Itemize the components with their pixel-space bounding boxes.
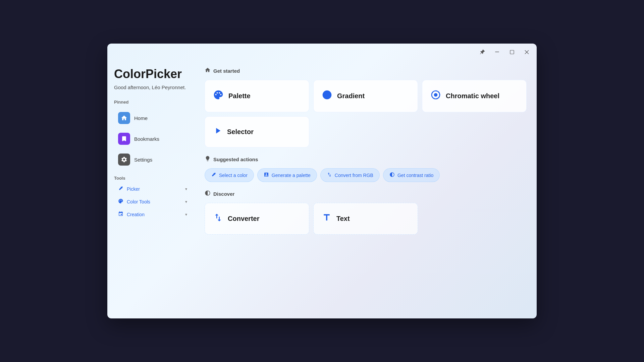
contrast-ratio-icon bbox=[389, 172, 395, 178]
sidebar-item-picker[interactable]: Picker ▾ bbox=[114, 183, 191, 195]
generate-palette-label: Generate a palette bbox=[272, 173, 311, 178]
text-label: Text bbox=[336, 215, 350, 223]
maximize-button[interactable] bbox=[507, 47, 517, 57]
picker-label: Picker bbox=[127, 186, 140, 192]
tools-section: Tools Picker ▾ bbox=[114, 174, 191, 221]
select-color-icon bbox=[211, 172, 216, 178]
picker-chevron-icon: ▾ bbox=[185, 187, 187, 191]
text-card[interactable]: Text bbox=[313, 203, 418, 235]
gradient-icon bbox=[322, 89, 332, 103]
color-tools-icon bbox=[118, 198, 123, 205]
discover-label: Discover bbox=[213, 191, 234, 197]
get-started-cards-row1: Palette Gradient bbox=[205, 80, 527, 112]
palette-label: Palette bbox=[228, 92, 251, 100]
convert-rgb-label: Convert from RGB bbox=[335, 173, 373, 178]
chromatic-wheel-label: Chromatic wheel bbox=[446, 92, 499, 100]
discover-header: Discover bbox=[205, 190, 527, 197]
suggested-actions-header: Suggested actions bbox=[205, 156, 527, 163]
creation-chevron-icon: ▾ bbox=[185, 212, 187, 217]
app-title: ColorPicker bbox=[114, 67, 191, 81]
get-started-label: Get started bbox=[213, 68, 240, 74]
sidebar-item-settings[interactable]: Settings bbox=[114, 150, 191, 169]
home-label: Home bbox=[134, 115, 148, 121]
app-window: ColorPicker Good afternoon, Léo Peyronne… bbox=[107, 44, 537, 318]
suggested-icon bbox=[205, 156, 211, 163]
selector-label: Selector bbox=[227, 128, 254, 136]
color-tools-chevron-icon: ▾ bbox=[185, 199, 187, 204]
sidebar-item-creation[interactable]: Creation ▾ bbox=[114, 208, 191, 221]
close-button[interactable] bbox=[522, 47, 531, 57]
pinned-label: Pinned bbox=[114, 100, 191, 105]
greeting: Good afternoon, Léo Peyronnet. bbox=[114, 84, 191, 90]
picker-icon bbox=[118, 186, 123, 192]
select-color-chip[interactable]: Select a color bbox=[205, 168, 254, 182]
color-tools-label: Color Tools bbox=[127, 199, 150, 204]
text-card-icon bbox=[322, 213, 332, 225]
converter-icon bbox=[213, 213, 223, 225]
suggested-actions-label: Suggested actions bbox=[213, 157, 258, 162]
get-started-cards-row2: Selector bbox=[205, 116, 527, 147]
generate-palette-icon bbox=[264, 172, 269, 178]
sidebar: ColorPicker Good afternoon, Léo Peyronne… bbox=[107, 60, 198, 318]
gradient-label: Gradient bbox=[337, 92, 365, 100]
creation-label: Creation bbox=[127, 212, 145, 217]
home-nav-icon bbox=[118, 112, 130, 124]
sidebar-item-color-tools[interactable]: Color Tools ▾ bbox=[114, 195, 191, 208]
main-content: Get started Palette bbox=[198, 60, 537, 318]
sidebar-item-bookmarks[interactable]: Bookmarks bbox=[114, 129, 191, 148]
pin-button[interactable] bbox=[478, 47, 487, 57]
settings-nav-icon bbox=[118, 154, 130, 166]
action-chips: Select a color Generate a palette bbox=[205, 168, 527, 182]
bookmarks-nav-icon bbox=[118, 133, 130, 145]
contrast-ratio-label: Get contrast ratio bbox=[397, 173, 433, 178]
sidebar-item-home[interactable]: Home bbox=[114, 109, 191, 127]
selector-card[interactable]: Selector bbox=[205, 116, 309, 147]
chromatic-wheel-icon bbox=[430, 89, 441, 103]
generate-palette-chip[interactable]: Generate a palette bbox=[257, 168, 317, 182]
gradient-card[interactable]: Gradient bbox=[313, 80, 418, 112]
convert-rgb-chip[interactable]: Convert from RGB bbox=[320, 168, 380, 182]
titlebar bbox=[107, 44, 537, 60]
creation-icon bbox=[118, 211, 123, 218]
settings-label: Settings bbox=[134, 157, 152, 163]
get-started-header: Get started bbox=[205, 67, 527, 74]
svg-point-5 bbox=[434, 94, 437, 96]
palette-icon bbox=[213, 89, 224, 103]
converter-card[interactable]: Converter bbox=[205, 203, 309, 235]
contrast-ratio-chip[interactable]: Get contrast ratio bbox=[383, 168, 440, 182]
get-started-icon bbox=[205, 67, 211, 74]
tools-label: Tools bbox=[114, 176, 191, 181]
chromatic-wheel-card[interactable]: Chromatic wheel bbox=[422, 80, 527, 112]
selector-icon bbox=[213, 126, 222, 138]
svg-rect-0 bbox=[495, 52, 499, 52]
palette-card[interactable]: Palette bbox=[205, 80, 309, 112]
discover-icon bbox=[205, 190, 211, 197]
convert-rgb-icon bbox=[327, 172, 332, 178]
discover-cards: Converter Text bbox=[205, 203, 527, 235]
minimize-button[interactable] bbox=[492, 47, 502, 57]
content-area: ColorPicker Good afternoon, Léo Peyronne… bbox=[107, 60, 537, 318]
select-color-label: Select a color bbox=[219, 173, 248, 178]
bookmarks-label: Bookmarks bbox=[134, 136, 159, 142]
svg-rect-1 bbox=[510, 50, 514, 54]
converter-label: Converter bbox=[228, 215, 259, 223]
